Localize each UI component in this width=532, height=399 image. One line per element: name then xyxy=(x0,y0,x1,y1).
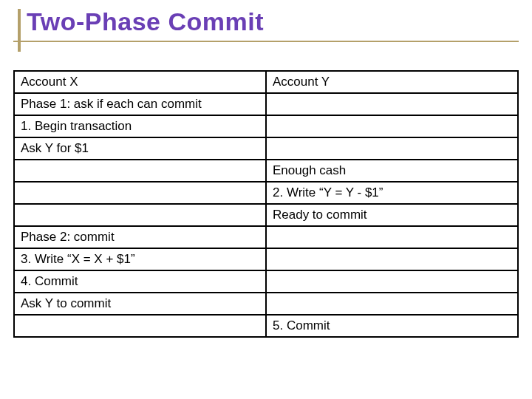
title-underline xyxy=(13,41,519,42)
cell-write-x: 3. Write “X = X + $1” xyxy=(14,248,266,270)
cell-account-x: Account X xyxy=(14,71,266,93)
cell-empty xyxy=(14,182,266,204)
cell-phase2-header: Phase 2: commit xyxy=(14,226,266,248)
table-row: Phase 2: commit xyxy=(14,226,518,248)
table-row: Phase 1: ask if each can commit xyxy=(14,93,518,115)
cell-empty xyxy=(266,226,518,248)
table-row: 4. Commit xyxy=(14,270,518,293)
cell-ready-commit: Ready to commit xyxy=(266,204,518,226)
table-row: Ask Y for $1 xyxy=(14,137,518,160)
table-row: 2. Write “Y = Y - $1” xyxy=(14,182,518,204)
cell-empty xyxy=(266,293,518,315)
cell-y-commit: 5. Commit xyxy=(266,315,518,337)
table-row: 3. Write “X = X + $1” xyxy=(14,248,518,270)
table-row: 1. Begin transaction xyxy=(14,115,518,137)
cell-phase1-header: Phase 1: ask if each can commit xyxy=(14,93,266,115)
cell-empty xyxy=(266,137,518,160)
cell-empty xyxy=(266,248,518,270)
table-row: Enough cash xyxy=(14,160,518,182)
two-phase-commit-table: Account X Account Y Phase 1: ask if each… xyxy=(13,70,519,338)
cell-commit: 4. Commit xyxy=(14,270,266,293)
cell-empty xyxy=(14,160,266,182)
table-row: 5. Commit xyxy=(14,315,518,337)
cell-empty xyxy=(266,93,518,115)
cell-ask-y: Ask Y for $1 xyxy=(14,137,266,160)
cell-empty xyxy=(266,270,518,293)
cell-account-y: Account Y xyxy=(266,71,518,93)
cell-enough-cash: Enough cash xyxy=(266,160,518,182)
table-row: Ask Y to commit xyxy=(14,293,518,315)
cell-empty xyxy=(266,115,518,137)
page-title: Two-Phase Commit xyxy=(27,7,519,36)
cell-begin-transaction: 1. Begin transaction xyxy=(14,115,266,137)
table-row: Account X Account Y xyxy=(14,71,518,93)
cell-ask-y-commit: Ask Y to commit xyxy=(14,293,266,315)
cell-write-y: 2. Write “Y = Y - $1” xyxy=(266,182,518,204)
title-accent-bar xyxy=(18,9,21,52)
cell-empty xyxy=(14,315,266,337)
cell-empty xyxy=(14,204,266,226)
table-row: Ready to commit xyxy=(14,204,518,226)
